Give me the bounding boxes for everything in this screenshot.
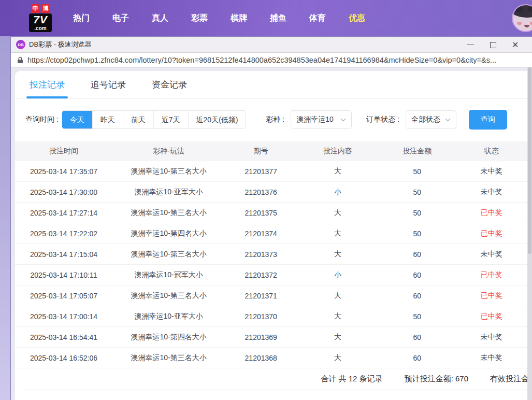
cell-time: 2025-03-14 17:30:00 (15, 188, 112, 196)
cell-game: 澳洲幸运10-亚军大小 (112, 312, 225, 321)
search-button[interactable]: 查询 (469, 110, 507, 130)
cell-content: 小 (297, 270, 379, 280)
time-option-yesterday[interactable]: 昨天 (92, 111, 123, 128)
cell-status: 已中奖 (456, 229, 527, 238)
time-option-7days[interactable]: 近7天 (153, 111, 188, 128)
cell-game: 澳洲幸运10-第三名大小 (112, 250, 225, 259)
tab-chase-records[interactable]: 追号记录 (91, 79, 126, 91)
cell-time: 2025-03-14 17:05:07 (15, 292, 112, 300)
time-option-daybefore[interactable]: 前天 (123, 111, 153, 128)
cell-game: 澳洲幸运10-第三名大小 (112, 353, 225, 363)
table-row: 2025-03-14 17:10:11澳洲幸运10-冠军大小21201372小6… (15, 265, 527, 285)
browser-app-icon: DB (16, 40, 25, 49)
lottery-select-value: 澳洲幸运10 (296, 115, 334, 124)
avatar-cheek (530, 22, 532, 25)
time-option-today[interactable]: 今天 (62, 110, 92, 129)
time-option-20days[interactable]: 近20天(低频) (188, 111, 246, 128)
lock-icon (17, 56, 23, 64)
cell-game: 澳洲幸运10-第四名大小 (112, 333, 225, 342)
url-text: https://ctop02pchwp1.zfnc84.com/lottery/… (27, 56, 496, 64)
cell-issue: 21201372 (225, 271, 296, 279)
site-nav: 申 博 7V .com 热门 电子 真人 彩票 棋牌 捕鱼 体育 优惠 (0, 0, 532, 36)
cell-content: 小 (297, 188, 379, 197)
table-row: 2025-03-14 17:35:07澳洲幸运10-第三名大小21201377大… (15, 161, 527, 182)
nav-item-live[interactable]: 真人 (140, 13, 180, 24)
summary-valid: 有效投注金额 (490, 374, 527, 384)
order-status-value: 全部状态 (411, 115, 440, 124)
cell-content: 大 (297, 353, 379, 363)
table-row: 2025-03-14 17:30:00澳洲幸运10-亚军大小21201376小5… (15, 182, 527, 203)
table-row: 2025-03-14 16:52:06澳洲幸运10-第三名大小21201368大… (15, 348, 527, 368)
nav-item-fishing[interactable]: 捕鱼 (258, 13, 298, 24)
col-header-content: 投注内容 (297, 147, 379, 156)
cell-content: 大 (297, 229, 379, 238)
cell-content: 大 (297, 208, 379, 218)
cell-issue: 21201375 (225, 209, 296, 217)
cell-amount: 60 (379, 250, 455, 259)
col-header-time: 投注时间 (15, 147, 112, 156)
cell-status: 已中奖 (456, 270, 527, 280)
url-bar[interactable]: https://ctop02pchwp1.zfnc84.com/lottery/… (11, 52, 532, 67)
cell-amount: 60 (379, 292, 455, 300)
col-header-amount: 投注金额 (379, 147, 455, 156)
cell-game: 澳洲幸运10-第三名大小 (112, 291, 225, 301)
time-range-group: 今天 昨天 前天 近7天 近20天(低频) (62, 110, 247, 129)
table-body: 2025-03-14 17:35:07澳洲幸运10-第三名大小21201377大… (15, 161, 527, 368)
cell-content: 大 (297, 167, 379, 176)
vertical-scrollbar[interactable] (527, 67, 532, 400)
cell-amount: 60 (379, 333, 455, 341)
cell-time: 2025-03-14 17:15:04 (15, 250, 112, 259)
record-tabs: 投注记录 追号记录 资金记录 (15, 71, 527, 99)
site-logo[interactable]: 申 博 7V .com (23, 4, 57, 32)
nav-item-promo[interactable]: 优惠 (337, 13, 377, 24)
table-header: 投注时间 彩种-玩法 期号 投注内容 投注金额 状态 (15, 141, 527, 161)
maximize-icon[interactable] (490, 41, 496, 48)
table-row: 2025-03-14 17:00:14澳洲幸运10-亚军大小21201370大5… (15, 306, 527, 327)
chevron-down-icon (340, 118, 346, 122)
cell-status: 未中奖 (456, 353, 527, 363)
cell-time: 2025-03-14 17:35:07 (15, 167, 112, 176)
lottery-select[interactable]: 澳洲幸运10 (291, 110, 352, 129)
cell-game: 澳洲幸运10-第三名大小 (112, 167, 225, 176)
cell-issue: 21201377 (225, 167, 296, 176)
cell-status: 未中奖 (456, 333, 527, 342)
cell-amount: 50 (379, 230, 455, 238)
nav-item-lottery[interactable]: 彩票 (180, 13, 219, 24)
tab-fund-records[interactable]: 资金记录 (152, 79, 187, 91)
avatar-cheek (517, 22, 522, 25)
lottery-filter-label: 彩种 : (266, 115, 284, 124)
cell-time: 2025-03-14 17:00:14 (15, 312, 112, 321)
order-status-select[interactable]: 全部状态 (406, 110, 456, 129)
scrollbar-thumb[interactable] (528, 67, 531, 254)
col-header-issue: 期号 (225, 147, 296, 156)
cell-amount: 60 (379, 271, 455, 279)
cell-issue: 21201370 (225, 312, 296, 321)
nav-item-sports[interactable]: 体育 (298, 13, 337, 24)
cell-amount: 50 (379, 167, 455, 176)
col-header-status: 状态 (456, 147, 527, 156)
avatar-bun (528, 6, 532, 12)
table-row: 2025-03-14 17:22:02澳洲幸运10-第四名大小21201374大… (15, 223, 527, 244)
nav-item-hot[interactable]: 热门 (62, 13, 101, 24)
cell-status: 未中奖 (456, 250, 527, 259)
summary-total: 合计 共 12 条记录 (321, 374, 382, 384)
table-summary: 合计 共 12 条记录 预计投注金额: 670 有效投注金额 (23, 368, 527, 390)
nav-item-slots[interactable]: 电子 (101, 13, 140, 24)
cell-content: 大 (297, 333, 379, 342)
avatar-bun (516, 6, 523, 12)
logo-cn-2: 博 (41, 4, 50, 13)
tab-bet-records[interactable]: 投注记录 (30, 79, 65, 91)
close-icon[interactable]: ✕ (512, 41, 519, 48)
user-avatar[interactable] (512, 4, 532, 32)
browser-window: DB DB彩票 - 极速浏览器 ✕ https://ctop02pchwp1.z… (10, 36, 532, 400)
cell-time: 2025-03-14 17:27:14 (15, 209, 112, 217)
minimize-icon[interactable] (467, 41, 474, 48)
cell-time: 2025-03-14 16:54:41 (15, 333, 112, 341)
cell-issue: 21201373 (225, 250, 296, 259)
nav-item-cards[interactable]: 棋牌 (219, 13, 258, 24)
cell-issue: 21201374 (225, 230, 296, 238)
cell-game: 澳洲幸运10-亚军大小 (112, 188, 225, 197)
cell-issue: 21201368 (225, 354, 296, 362)
cell-amount: 50 (379, 209, 455, 217)
cell-issue: 21201376 (225, 188, 296, 196)
